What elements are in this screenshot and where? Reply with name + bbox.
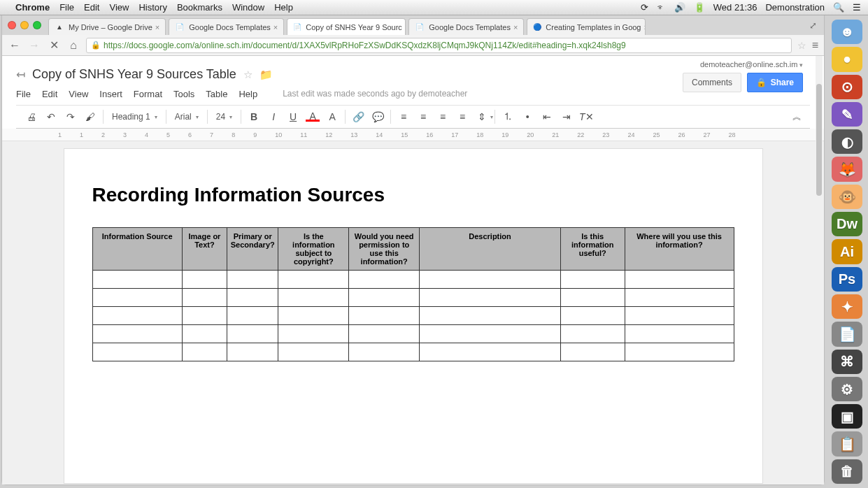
menu-help[interactable]: Help [239,89,257,99]
scrollbar-thumb[interactable] [816,84,822,196]
mac-menu-help[interactable]: Help [274,2,293,13]
align-right-icon[interactable]: ≡ [436,111,450,122]
close-tab-icon[interactable]: × [402,23,406,31]
table-cell[interactable] [278,325,349,343]
table-cell[interactable] [92,307,182,325]
expand-toolbar-icon[interactable]: ︽ [792,110,802,123]
dock-app-icon[interactable]: 🗑 [832,459,862,484]
table-cell[interactable] [625,289,734,307]
doc-heading[interactable]: Recording Information Sources [92,184,734,206]
table-cell[interactable] [420,271,561,289]
column-header[interactable]: Description [420,228,561,271]
dock-app-icon[interactable]: ☻ [832,20,862,44]
dock-app-icon[interactable]: 🦊 [832,157,862,181]
increase-indent-icon[interactable]: ⇥ [560,111,574,122]
column-header[interactable]: Is the information subject to copyright? [278,228,349,271]
table-row[interactable] [92,307,734,325]
vertical-scrollbar[interactable] [816,56,823,485]
ruler[interactable]: 1123456789101112131415161718192021222324… [2,129,824,141]
menu-tools[interactable]: Tools [173,89,194,99]
table-cell[interactable] [227,289,278,307]
doc-title[interactable]: Copy of SNHS Year 9 Sources Table [32,67,236,82]
close-tab-icon[interactable]: × [641,23,646,31]
align-left-icon[interactable]: ≡ [397,111,411,122]
table-row[interactable] [92,325,734,343]
address-bar[interactable]: 🔒 https://docs.google.com/a/online.sch.i… [86,38,792,53]
user-email[interactable]: demoteacher@online.sch.im [700,60,803,69]
menu-format[interactable]: Format [134,89,162,99]
comment-icon[interactable]: 💬 [371,111,385,122]
clock-text[interactable]: Wed 21:36 [713,2,757,13]
sync-icon[interactable]: ⟳ [641,2,648,13]
minimize-window-button[interactable] [20,21,29,29]
table-cell[interactable] [560,271,625,289]
table-cell[interactable] [349,271,420,289]
menu-file[interactable]: File [16,89,31,99]
table-cell[interactable] [227,325,278,343]
table-cell[interactable] [182,307,227,325]
table-cell[interactable] [349,343,420,361]
print-icon[interactable]: 🖨 [24,111,38,122]
decrease-indent-icon[interactable]: ⇤ [540,111,554,122]
table-cell[interactable] [92,343,182,361]
table-cell[interactable] [92,325,182,343]
table-cell[interactable] [625,307,734,325]
close-tab-icon[interactable]: × [152,23,159,31]
mac-app-name[interactable]: Chrome [15,2,50,13]
bookmark-star-icon[interactable]: ☆ [797,40,806,51]
mac-menu-history[interactable]: History [138,2,166,13]
numbered-list-icon[interactable]: ⒈ [501,110,515,123]
paint-format-icon[interactable]: 🖌 [83,111,97,122]
table-cell[interactable] [92,289,182,307]
table-row[interactable] [92,343,734,361]
column-header[interactable]: Image or Text? [182,228,227,271]
chrome-menu-icon[interactable]: ≡ [812,39,818,52]
table-cell[interactable] [349,289,420,307]
notifications-icon[interactable]: ☰ [853,2,861,13]
share-button[interactable]: 🔒 Share [747,73,803,92]
dock-app-icon[interactable]: 📄 [832,322,862,346]
column-header[interactable]: Where will you use this information? [625,228,734,271]
mac-menu-file[interactable]: File [59,2,74,13]
volume-icon[interactable]: 🔊 [674,2,685,13]
table-cell[interactable] [182,271,227,289]
table-cell[interactable] [625,271,734,289]
table-cell[interactable] [349,307,420,325]
dock-app-icon[interactable]: Dw [832,212,862,236]
forward-button[interactable]: → [27,39,41,52]
close-window-button[interactable] [8,21,16,29]
dock-app-icon[interactable]: ▣ [832,404,862,429]
table-cell[interactable] [625,325,734,343]
docs-home-icon[interactable]: ↤ [16,68,25,81]
table-cell[interactable] [227,343,278,361]
table-cell[interactable] [420,343,561,361]
mac-menu-edit[interactable]: Edit [84,2,99,13]
table-cell[interactable] [560,307,625,325]
close-tab-icon[interactable]: × [271,23,278,31]
stop-button[interactable]: ✕ [47,38,61,52]
dock-app-icon[interactable]: 🐵 [832,185,862,209]
bulleted-list-icon[interactable]: • [520,111,534,122]
table-cell[interactable] [560,325,625,343]
column-header[interactable]: Would you need permission to use this in… [349,228,420,271]
close-tab-icon[interactable]: × [511,23,518,31]
table-cell[interactable] [560,343,625,361]
fontsize-dropdown[interactable]: 24 [213,112,235,122]
wifi-icon[interactable]: ᯤ [657,2,666,13]
mac-menu-view[interactable]: View [109,2,129,13]
fullscreen-icon[interactable]: ⤢ [802,20,824,31]
table-cell[interactable] [227,271,278,289]
table-cell[interactable] [420,289,561,307]
table-cell[interactable] [278,271,349,289]
italic-icon[interactable]: I [266,111,280,122]
comments-button[interactable]: Comments [683,73,741,92]
link-icon[interactable]: 🔗 [351,111,365,122]
menu-table[interactable]: Table [206,89,227,99]
dock-app-icon[interactable]: ⊙ [832,75,862,99]
dock-app-icon[interactable]: ⚙ [832,377,862,401]
menu-edit[interactable]: Edit [42,89,57,99]
dock-app-icon[interactable]: ● [832,47,862,71]
table-cell[interactable] [92,271,182,289]
battery-icon[interactable]: 🔋 [694,2,705,13]
mac-menu-window[interactable]: Window [232,2,264,13]
